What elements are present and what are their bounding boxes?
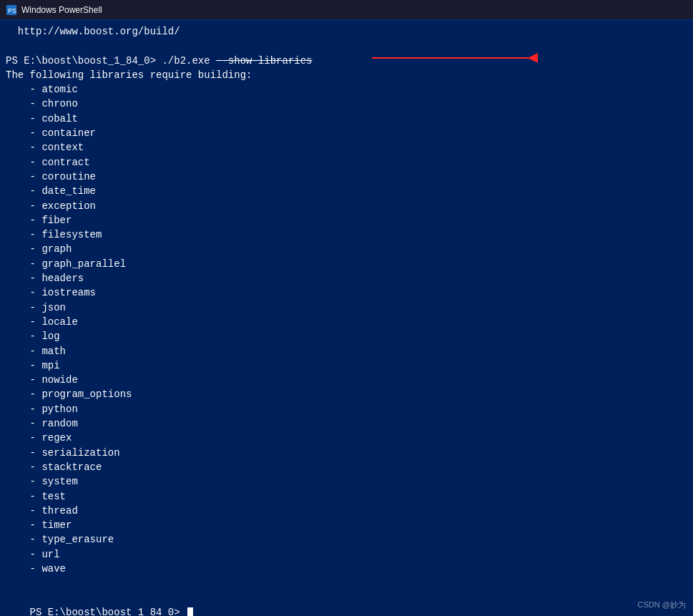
- terminal-line: - coroutine: [6, 170, 687, 184]
- terminal-line: - context: [6, 140, 687, 155]
- terminal-line: - locale: [6, 315, 687, 329]
- terminal-line: - atomic: [6, 82, 687, 97]
- terminal-line: - url: [6, 547, 687, 562]
- terminal-line: - date_time: [6, 184, 687, 198]
- terminal-line: - exception: [6, 199, 687, 213]
- terminal-line: - nowide: [6, 373, 687, 387]
- terminal-line: - cobalt: [6, 112, 687, 126]
- terminal-line: - stacktrace: [6, 460, 687, 474]
- terminal-prompt: PS E:\boost\boost_1_84_0>: [30, 607, 186, 616]
- terminal-line: - math: [6, 344, 687, 358]
- terminal-body: http://www.boost.org/build/ PS E:\boost\…: [0, 20, 693, 616]
- terminal-line: - chrono: [6, 97, 687, 111]
- terminal-line: - regex: [6, 431, 687, 445]
- terminal-line: - system: [6, 474, 687, 489]
- terminal-line: - graph: [6, 242, 687, 256]
- arrow-line: [372, 57, 529, 59]
- arrow-head: [528, 53, 538, 63]
- terminal-line: [6, 576, 687, 590]
- terminal-line: - timer: [6, 518, 687, 532]
- terminal-command-line: PS E:\boost\boost_1_84_0> ./b2.exe --sho…: [6, 54, 687, 68]
- terminal-line: - test: [6, 489, 687, 504]
- window-title: Windows PowerShell: [21, 5, 102, 15]
- terminal-line: - type_erasure: [6, 532, 687, 547]
- terminal-line: - random: [6, 416, 687, 431]
- terminal-line: http://www.boost.org/build/: [6, 24, 687, 39]
- terminal-line: - json: [6, 300, 687, 315]
- arrow-annotation: [372, 53, 538, 63]
- terminal-line: - graph_parallel: [6, 257, 687, 271]
- terminal-line: - container: [6, 126, 687, 140]
- terminal-line: - headers: [6, 271, 687, 285]
- terminal-line: [6, 39, 687, 53]
- terminal-line: - thread: [6, 504, 687, 518]
- terminal-line: - wave: [6, 562, 687, 576]
- terminal-line: - contract: [6, 155, 687, 170]
- terminal-line: - serialization: [6, 446, 687, 460]
- svg-text:PS: PS: [8, 7, 16, 14]
- terminal-line: The following libraries require building…: [6, 68, 687, 82]
- terminal-line: - iostreams: [6, 285, 687, 300]
- powershell-icon: PS: [6, 4, 17, 16]
- terminal-prompt-line[interactable]: PS E:\boost\boost_1_84_0>: [6, 591, 687, 616]
- terminal-cursor: [187, 607, 193, 616]
- terminal-line: - filesystem: [6, 228, 687, 242]
- title-bar: PS Windows PowerShell: [0, 0, 693, 20]
- terminal-line: - program_options: [6, 387, 687, 401]
- terminal-line: - python: [6, 402, 687, 416]
- terminal-line: - fiber: [6, 213, 687, 228]
- watermark: CSDN @妙为: [638, 600, 686, 610]
- terminal-line: - log: [6, 329, 687, 343]
- terminal-line: - mpi: [6, 358, 687, 373]
